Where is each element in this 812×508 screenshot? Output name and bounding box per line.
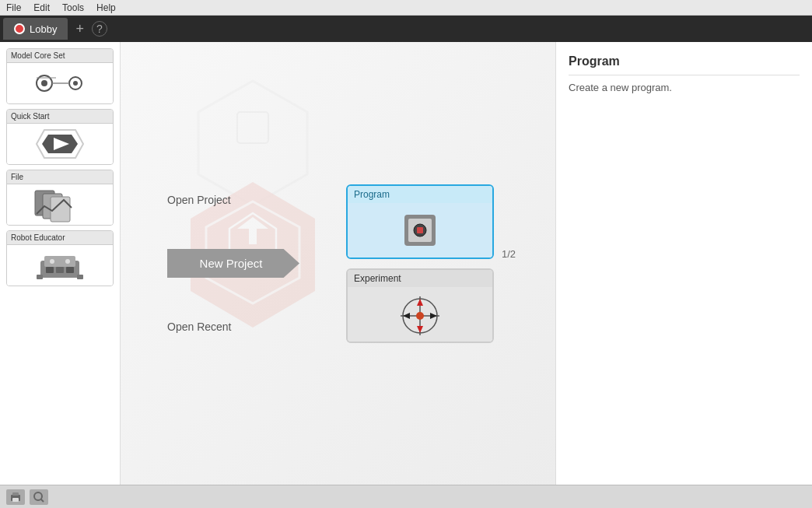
center-area: Open Project New Project Open Recent Pro… bbox=[121, 42, 555, 485]
svg-point-1 bbox=[41, 80, 47, 86]
nav-open-recent[interactable]: Open Recent bbox=[167, 321, 299, 333]
pagination-text: 1/2 bbox=[502, 248, 516, 260]
bottom-bar bbox=[0, 485, 812, 508]
pagination: 1/2 bbox=[502, 248, 516, 260]
svg-rect-16 bbox=[46, 267, 54, 273]
right-panel: Program Create a new program. bbox=[555, 42, 812, 485]
sidebar-card-quick-start[interactable]: Quick Start bbox=[6, 109, 114, 165]
menu-help[interactable]: Help bbox=[96, 2, 116, 13]
svg-marker-37 bbox=[417, 326, 423, 333]
printer-icon[interactable] bbox=[6, 489, 25, 505]
project-card-program[interactable]: Program bbox=[346, 184, 494, 259]
svg-point-15 bbox=[65, 259, 70, 264]
sidebar-card-model-core-set-label: Model Core Set bbox=[7, 49, 113, 63]
add-tab-button[interactable]: + bbox=[71, 21, 89, 37]
project-card-experiment-label: Experiment bbox=[348, 270, 492, 287]
nav-open-project-label: Open Project bbox=[167, 194, 231, 206]
svg-point-14 bbox=[50, 259, 54, 264]
sidebar-card-robot-educator[interactable]: Robot Educator bbox=[6, 230, 114, 286]
sidebar-card-model-core-set[interactable]: Model Core Set bbox=[6, 48, 114, 104]
nav-open-project[interactable]: Open Project bbox=[167, 194, 299, 206]
sidebar-card-model-core-set-img bbox=[7, 63, 113, 103]
svg-rect-32 bbox=[417, 227, 423, 233]
tab-bar: Lobby + ? bbox=[0, 16, 812, 42]
help-tab-button[interactable]: ? bbox=[92, 21, 107, 37]
lobby-tab[interactable]: Lobby bbox=[3, 18, 68, 40]
project-card-program-content bbox=[348, 203, 492, 258]
project-card-experiment-content bbox=[348, 287, 492, 342]
nav-new-project-label: New Project bbox=[200, 257, 263, 270]
menu-file[interactable]: File bbox=[6, 2, 21, 13]
sidebar: Model Core Set Quick Start bbox=[0, 42, 121, 485]
right-panel-description: Create a new program. bbox=[569, 82, 800, 93]
svg-point-40 bbox=[416, 312, 424, 320]
sidebar-card-robot-educator-img bbox=[7, 245, 113, 286]
svg-marker-36 bbox=[417, 299, 423, 306]
project-card-program-label: Program bbox=[348, 186, 492, 203]
svg-rect-20 bbox=[77, 275, 83, 279]
svg-rect-18 bbox=[56, 267, 64, 273]
svg-rect-19 bbox=[37, 275, 43, 279]
sidebar-card-file-img bbox=[7, 184, 113, 225]
nav-section: Open Project New Project Open Recent bbox=[167, 42, 299, 485]
project-card-experiment[interactable]: Experiment bbox=[346, 268, 494, 343]
search-icon[interactable] bbox=[30, 489, 48, 505]
sidebar-card-file-label: File bbox=[7, 170, 113, 184]
svg-line-45 bbox=[41, 499, 44, 502]
svg-point-3 bbox=[73, 81, 78, 86]
nav-open-recent-label: Open Recent bbox=[167, 321, 232, 333]
svg-marker-38 bbox=[403, 313, 410, 319]
sidebar-card-quick-start-img bbox=[7, 124, 113, 164]
main-content: Model Core Set Quick Start bbox=[0, 42, 812, 485]
project-type-cards: Program Experiment bbox=[346, 184, 494, 343]
right-panel-title: Program bbox=[569, 54, 800, 75]
sidebar-card-file[interactable]: File bbox=[6, 170, 114, 226]
svg-rect-13 bbox=[44, 256, 75, 267]
sidebar-card-robot-educator-label: Robot Educator bbox=[7, 231, 113, 245]
svg-marker-39 bbox=[430, 313, 437, 319]
svg-rect-17 bbox=[66, 267, 74, 273]
sidebar-card-quick-start-label: Quick Start bbox=[7, 110, 113, 124]
svg-rect-43 bbox=[12, 498, 19, 502]
menu-bar: File Edit Tools Help bbox=[0, 0, 812, 16]
menu-tools[interactable]: Tools bbox=[62, 2, 84, 13]
menu-edit[interactable]: Edit bbox=[33, 2, 50, 13]
nav-new-project[interactable]: New Project bbox=[167, 249, 299, 278]
svg-rect-42 bbox=[12, 492, 19, 496]
lobby-tab-icon bbox=[14, 23, 25, 34]
lobby-tab-label: Lobby bbox=[30, 23, 57, 35]
